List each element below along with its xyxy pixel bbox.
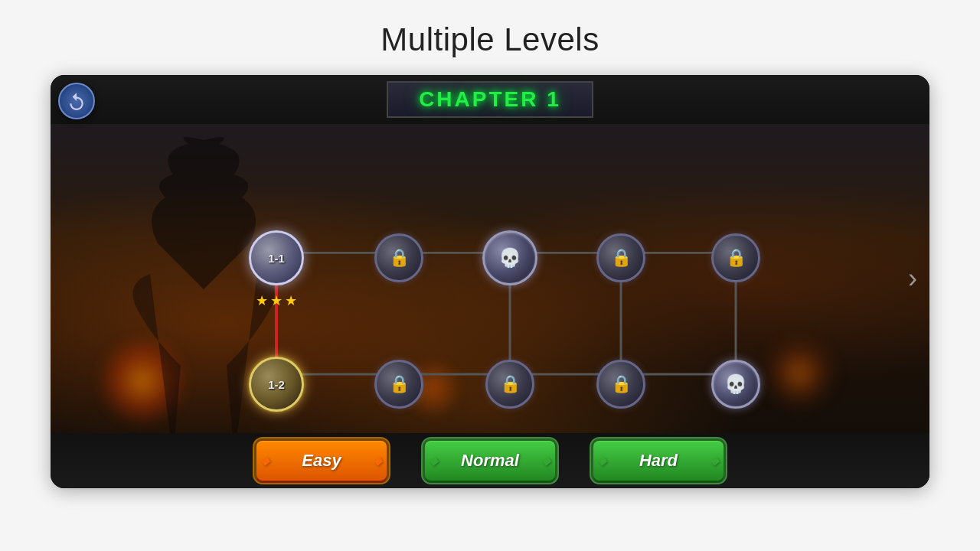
- level-node-bot-5[interactable]: 💀: [711, 360, 760, 409]
- node-1-2-label: 1-2: [268, 378, 285, 391]
- hard-button[interactable]: Hard: [593, 441, 724, 481]
- game-container: CHAPTER 1 1-1: [51, 75, 929, 488]
- level-node-top-2[interactable]: 🔒: [374, 233, 423, 282]
- lock-icon-4: 🔒: [389, 374, 410, 394]
- bottom-bar: Easy Normal Hard: [51, 433, 929, 488]
- star-1: ★: [256, 292, 268, 309]
- node-1-1-stars: ★ ★ ★: [256, 292, 297, 309]
- page-title: Multiple Levels: [381, 21, 599, 58]
- easy-button-inner: Easy: [256, 441, 387, 481]
- level-node-bot-3[interactable]: 🔒: [485, 360, 534, 409]
- skull-icon-2: 💀: [724, 373, 747, 395]
- hard-button-inner: Hard: [593, 441, 724, 481]
- lock-icon-3: 🔒: [726, 248, 746, 268]
- level-node-1-2[interactable]: 1-2: [249, 357, 304, 412]
- skull-icon: 💀: [498, 247, 521, 269]
- lock-icon: 🔒: [389, 248, 410, 268]
- easy-button[interactable]: Easy: [256, 441, 387, 481]
- level-node-top-5[interactable]: 🔒: [711, 233, 760, 282]
- back-icon: [67, 91, 87, 111]
- easy-label: Easy: [302, 451, 341, 471]
- node-1-1-label: 1-1: [268, 252, 285, 265]
- chapter-title: CHAPTER 1: [419, 87, 561, 111]
- level-map: 1-1 ★ ★ ★ 1-2 🔒 💀 🔒 🔒 🔒: [51, 124, 929, 433]
- back-button[interactable]: [58, 83, 95, 119]
- lock-icon-6: 🔒: [611, 374, 632, 394]
- hard-label: Hard: [639, 451, 678, 471]
- normal-button[interactable]: Normal: [425, 441, 555, 481]
- level-node-top-4[interactable]: 🔒: [596, 233, 645, 282]
- star-3: ★: [285, 292, 297, 309]
- level-node-1-1[interactable]: 1-1: [249, 230, 304, 285]
- star-2: ★: [270, 292, 283, 309]
- normal-button-inner: Normal: [425, 441, 555, 481]
- lock-icon-5: 🔒: [500, 374, 521, 394]
- lock-icon-2: 🔒: [611, 248, 632, 268]
- level-node-bot-2[interactable]: 🔒: [374, 360, 423, 409]
- normal-label: Normal: [461, 451, 519, 471]
- chapter-box: CHAPTER 1: [387, 81, 593, 118]
- next-arrow[interactable]: ›: [908, 262, 917, 295]
- level-node-top-3[interactable]: 💀: [482, 230, 537, 285]
- top-bar: CHAPTER 1: [51, 75, 929, 124]
- level-node-bot-4[interactable]: 🔒: [596, 360, 645, 409]
